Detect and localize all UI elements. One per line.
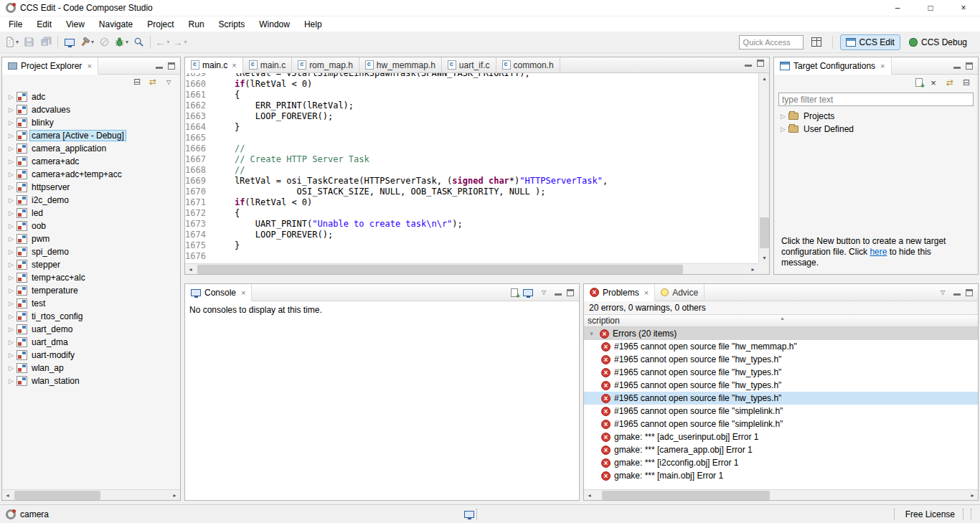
problem-row[interactable]: #1965 cannot open source file "simplelin…	[584, 405, 978, 418]
project-item[interactable]: blinky	[2, 116, 180, 129]
scroll-down-icon[interactable]	[759, 253, 770, 263]
problems-hscrollbar[interactable]	[584, 489, 978, 500]
quick-access-input[interactable]	[739, 35, 804, 50]
code-editor[interactable]: 1659 lRetVal = VStartSimpleLinkSpawnTask…	[185, 73, 758, 263]
project-item[interactable]: camera_application	[2, 142, 180, 155]
expand-arrow-icon[interactable]	[778, 126, 788, 133]
delete-icon[interactable]	[928, 77, 939, 88]
editor-tab[interactable]: main.c	[185, 57, 243, 73]
maximize-window-button[interactable]: □	[914, 0, 947, 17]
project-item[interactable]: spi_demo	[2, 245, 180, 258]
editor-hscrollbar[interactable]	[185, 263, 758, 274]
status-console-icon[interactable]	[464, 511, 474, 518]
view-menu-icon[interactable]	[538, 287, 550, 298]
editor-tab[interactable]: hw_memmap.h	[359, 57, 442, 73]
scrollbar-track[interactable]	[595, 490, 967, 501]
collapse-all-icon[interactable]	[131, 76, 143, 88]
close-view-icon[interactable]	[643, 288, 649, 298]
perspective-ccs-debug[interactable]: CCS Debug	[903, 34, 973, 50]
project-item[interactable]: uart_dma	[2, 336, 180, 349]
problem-row[interactable]: #1965 cannot open source file "hw_types.…	[584, 366, 978, 379]
hide-message-link[interactable]: here	[870, 247, 887, 257]
scroll-right-icon[interactable]	[748, 264, 758, 275]
open-console-icon[interactable]	[511, 288, 518, 297]
minimize-view-button[interactable]	[953, 289, 961, 296]
expand-arrow-icon[interactable]	[6, 184, 16, 191]
project-item[interactable]: temperature	[2, 284, 180, 297]
project-item[interactable]: uart-modify	[2, 349, 180, 362]
project-item[interactable]: uart_demo	[2, 323, 180, 336]
expand-arrow-icon[interactable]	[6, 377, 16, 385]
scrollbar-thumb[interactable]	[14, 491, 100, 500]
save-all-button[interactable]	[38, 34, 54, 51]
scroll-left-icon[interactable]	[2, 490, 13, 501]
problems-group-row[interactable]: Errors (20 items)	[584, 327, 978, 340]
minimize-view-button[interactable]	[156, 62, 163, 69]
project-item[interactable]: camera+adc	[2, 155, 180, 168]
problem-row[interactable]: gmake: *** [main.obj] Error 1	[584, 469, 978, 482]
scrollbar-thumb[interactable]	[197, 265, 683, 274]
scrollbar-track[interactable]	[13, 490, 169, 501]
project-item[interactable]: camera [Active - Debug]	[2, 129, 180, 142]
expand-arrow-icon[interactable]	[6, 171, 16, 178]
maximize-view-button[interactable]	[168, 62, 175, 70]
scrollbar-thumb[interactable]	[760, 217, 769, 248]
problem-row[interactable]: gmake: *** [i2cconfig.obj] Error 1	[584, 456, 978, 469]
expand-arrow-icon[interactable]	[6, 364, 16, 372]
back-button[interactable]	[154, 34, 170, 51]
project-item[interactable]: led	[2, 207, 180, 220]
minimize-window-button[interactable]: –	[881, 0, 914, 17]
expand-arrow-icon[interactable]	[6, 132, 16, 139]
expand-arrow-icon[interactable]	[6, 352, 16, 359]
expand-arrow-icon[interactable]	[6, 313, 16, 320]
tab-project-explorer[interactable]: Project Explorer	[2, 57, 98, 75]
editor-tab[interactable]: rom_map.h	[292, 57, 359, 73]
menu-project[interactable]: Project	[140, 18, 181, 31]
expand-arrow-icon[interactable]	[6, 106, 16, 113]
expand-arrow-icon[interactable]	[6, 158, 16, 165]
menu-file[interactable]: File	[1, 18, 29, 31]
problem-row[interactable]: #1965 cannot open source file "simplelin…	[584, 418, 978, 430]
build-button[interactable]	[79, 34, 95, 51]
project-item[interactable]: stepper	[2, 258, 180, 271]
expand-arrow-icon[interactable]	[6, 261, 16, 268]
minimize-view-button[interactable]	[953, 62, 961, 69]
open-perspective-button[interactable]	[809, 34, 824, 51]
expand-arrow-icon[interactable]	[6, 93, 16, 100]
maximize-view-button[interactable]	[966, 289, 973, 296]
editor-vscrollbar[interactable]	[758, 73, 769, 263]
debug-button[interactable]	[113, 34, 129, 51]
close-tab-icon[interactable]	[230, 60, 236, 70]
expand-arrow-icon[interactable]	[6, 119, 16, 126]
scroll-right-icon[interactable]	[967, 490, 978, 501]
scrollbar-track[interactable]	[196, 264, 748, 275]
project-item[interactable]: oob	[2, 220, 180, 232]
editor-tab[interactable]: main.c	[243, 57, 292, 73]
project-item[interactable]: adc	[2, 90, 180, 103]
menu-window[interactable]: Window	[252, 18, 297, 31]
stop-build-button[interactable]	[96, 34, 112, 51]
open-console-shell-button[interactable]	[62, 34, 77, 51]
menu-view[interactable]: View	[59, 18, 92, 31]
minimize-view-button[interactable]	[555, 289, 562, 296]
problem-row[interactable]: gmake: *** [camera_app.obj] Error 1	[584, 443, 978, 456]
expand-arrow-icon[interactable]	[6, 339, 16, 346]
editor-tab[interactable]: uart_if.c	[442, 57, 496, 73]
display-selected-console-icon[interactable]	[523, 289, 533, 296]
scroll-up-icon[interactable]	[759, 73, 770, 84]
project-item[interactable]: test	[2, 297, 180, 310]
tab-console[interactable]: Console	[185, 284, 252, 301]
project-explorer-hscrollbar[interactable]	[2, 489, 180, 500]
close-window-button[interactable]: ×	[947, 0, 980, 17]
maximize-view-button[interactable]	[567, 289, 574, 296]
new-target-configuration-icon[interactable]	[915, 78, 923, 87]
menu-edit[interactable]: Edit	[29, 18, 59, 31]
expand-arrow-icon[interactable]	[6, 145, 16, 152]
expand-arrow-icon[interactable]	[6, 287, 16, 294]
project-item[interactable]: camera+adc+temp+acc	[2, 168, 180, 181]
menu-navigate[interactable]: Navigate	[92, 18, 140, 31]
menu-scripts[interactable]: Scripts	[212, 18, 253, 31]
problem-row[interactable]: #1965 cannot open source file "hw_types.…	[584, 392, 978, 405]
collapse-all-icon[interactable]	[961, 77, 972, 88]
problem-row[interactable]: #1965 cannot open source file "hw_memmap…	[584, 340, 978, 353]
